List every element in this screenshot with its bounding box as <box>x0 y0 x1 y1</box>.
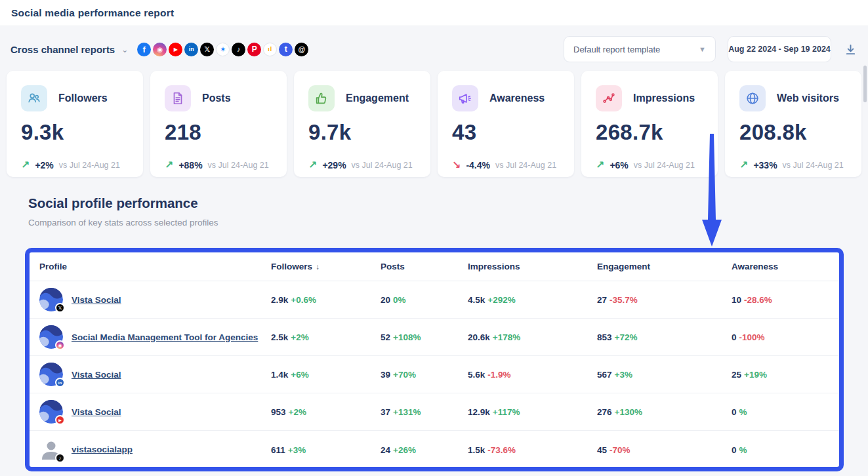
tumblr-icon[interactable]: t <box>279 43 293 56</box>
column-header-engagement[interactable]: Engagement <box>587 262 722 271</box>
followers-icon <box>21 85 47 111</box>
x-icon[interactable]: 𝕏 <box>200 43 214 56</box>
awareness-change: % <box>739 407 747 417</box>
x-badge-icon: 𝕏 <box>55 303 65 313</box>
engagement-icon <box>308 85 335 111</box>
linkedin-icon[interactable]: in <box>184 43 198 56</box>
avatar: ♪ <box>39 438 63 462</box>
followers-change: +3% <box>288 445 306 455</box>
instagram-icon[interactable]: ◉ <box>153 43 167 56</box>
card-compare-period: vs Jul 24-Aug 21 <box>495 161 556 170</box>
followers-value: 2.9k <box>271 295 288 305</box>
stat-card-impressions: Impressions 268.7k ↗ +6% vs Jul 24-Aug 2… <box>581 71 718 177</box>
posts-value: 20 <box>381 295 390 305</box>
stat-card-posts: Posts 218 ↗ +88% vs Jul 24-Aug 21 <box>150 71 287 177</box>
followers-value: 1.4k <box>271 370 288 380</box>
card-change: +2% <box>35 160 53 170</box>
trend-up-icon: ↗ <box>308 159 317 171</box>
impressions-change: -73.6% <box>487 445 516 455</box>
facebook-icon[interactable]: f <box>137 43 151 56</box>
followers-change: +2% <box>289 407 306 417</box>
profile-link[interactable]: vistasocialapp <box>72 445 133 454</box>
stat-card-followers: Followers 9.3k ↗ +2% vs Jul 24-Aug 21 <box>7 71 143 177</box>
card-label: Impressions <box>633 92 695 104</box>
trend-up-icon: ↗ <box>596 159 604 171</box>
trend-up-icon: ↗ <box>165 159 173 171</box>
trend-up-icon: ↗ <box>21 159 30 171</box>
column-header-profile[interactable]: Profile <box>30 262 261 271</box>
youtube-icon[interactable]: ▶ <box>169 43 182 56</box>
engagement-change: +3% <box>615 370 632 380</box>
date-range-picker[interactable]: Aug 22 2024 - Sep 19 2024 <box>728 36 831 62</box>
column-header-impressions[interactable]: Impressions <box>458 262 587 271</box>
card-label: Web visitors <box>777 92 839 104</box>
engagement-change: -35.7% <box>610 295 638 305</box>
trend-up-icon: ↗ <box>739 159 748 171</box>
card-value: 208.8k <box>739 120 847 145</box>
awareness-icon <box>452 85 478 111</box>
awareness-change: % <box>739 445 747 455</box>
cross-channel-reports-dropdown[interactable]: Cross channel reports <box>10 44 115 55</box>
impressions-value: 20.6k <box>468 332 490 342</box>
followers-value: 611 <box>271 445 285 455</box>
column-header-awareness[interactable]: Awareness <box>722 262 839 271</box>
card-change: +6% <box>610 160 628 170</box>
posts-icon <box>165 85 191 111</box>
pinterest-icon[interactable]: P <box>247 43 261 56</box>
vertical-scrollbar[interactable] <box>863 66 867 102</box>
profile-link[interactable]: Vista Social <box>72 370 121 380</box>
engagement-change: -70% <box>610 445 630 455</box>
stat-cards-row: Followers 9.3k ↗ +2% vs Jul 24-Aug 21 Po… <box>7 71 861 177</box>
report-template-value: Default report template <box>573 45 660 54</box>
impressions-value: 12.9k <box>468 407 490 417</box>
posts-change: +131% <box>393 407 421 417</box>
report-template-select[interactable]: Default report template ▼ <box>564 36 716 62</box>
followers-value: 2.5k <box>271 332 288 342</box>
card-label: Posts <box>202 92 231 104</box>
impressions-change: +292% <box>487 295 515 305</box>
channel-icon-list: f ◉ ▶ in 𝕏 ✶ ♪ P ıl t @ <box>137 43 308 56</box>
engagement-value: 567 <box>597 370 612 380</box>
card-change: +88% <box>178 160 202 170</box>
caret-down-icon: ▼ <box>699 45 706 53</box>
chevron-down-icon[interactable]: ⌄ <box>121 45 128 54</box>
google-analytics-icon[interactable]: ıl <box>263 43 277 56</box>
posts-value: 52 <box>381 332 390 342</box>
column-header-posts[interactable]: Posts <box>371 262 458 271</box>
profile-link[interactable]: Vista Social <box>72 295 121 305</box>
card-compare-period: vs Jul 24-Aug 21 <box>352 161 413 170</box>
threads-icon[interactable]: @ <box>295 43 308 56</box>
column-header-followers[interactable]: Followers↓ <box>261 262 371 271</box>
awareness-change: -28.6% <box>744 295 772 305</box>
download-icon <box>844 43 857 56</box>
report-toolbar: Cross channel reports ⌄ f ◉ ▶ in 𝕏 ✶ ♪ P… <box>10 35 858 63</box>
posts-change: +108% <box>393 332 421 342</box>
card-label: Engagement <box>346 92 409 104</box>
awareness-value: 0 <box>732 407 737 417</box>
engagement-value: 27 <box>597 295 607 305</box>
web-visitors-icon <box>739 85 766 111</box>
awareness-change: +19% <box>744 370 767 380</box>
trend-down-icon: ↘ <box>452 159 461 171</box>
avatar: ▶ <box>39 400 63 424</box>
followers-change: +2% <box>291 332 308 342</box>
table-row: ♪ vistasocialapp 611+3% 24+26% 1.5k-73.6… <box>30 431 839 468</box>
stat-card-engagement: Engagement 9.7k ↗ +29% vs Jul 24-Aug 21 <box>294 71 430 177</box>
impressions-value: 5.6k <box>468 370 485 380</box>
profile-link[interactable]: Vista Social <box>72 407 121 417</box>
stat-card-web-visitors: Web visitors 208.8k ↗ +33% vs Jul 24-Aug… <box>725 71 861 177</box>
avatar: in <box>39 363 63 386</box>
download-report-button[interactable] <box>843 42 858 56</box>
impressions-icon <box>596 85 622 111</box>
bluesky-icon[interactable]: ✶ <box>216 43 230 56</box>
card-change: +33% <box>753 160 777 170</box>
table-row: ▶ Vista Social 953+2% 37+131% 12.9k+117%… <box>30 393 839 431</box>
profile-link[interactable]: Social Media Management Tool for Agencie… <box>72 332 258 342</box>
tiktok-icon[interactable]: ♪ <box>232 43 245 56</box>
social-profile-performance-section: Social profile performance Comparison of… <box>28 195 868 228</box>
awareness-value: 0 <box>732 332 737 342</box>
awareness-value: 0 <box>732 445 737 455</box>
posts-change: 0% <box>393 295 406 305</box>
instagram-badge-icon: ◉ <box>55 340 65 350</box>
card-value: 9.7k <box>308 120 416 145</box>
